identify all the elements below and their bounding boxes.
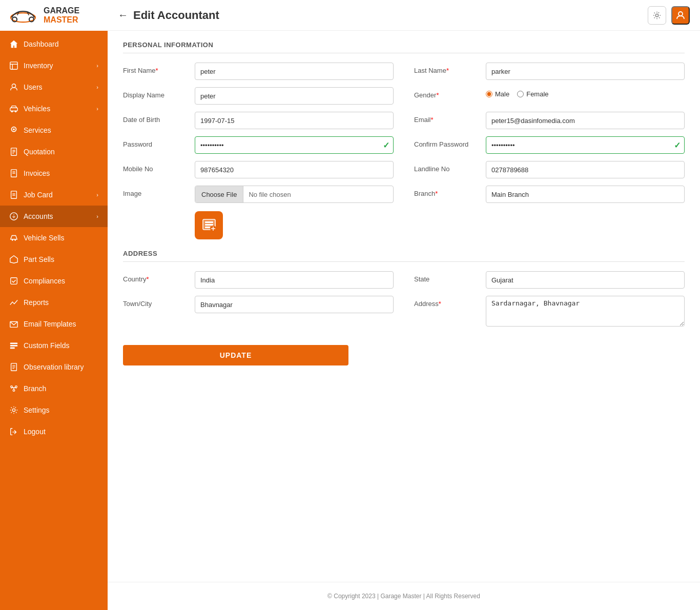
mobile-row: Mobile No [123,161,394,178]
display-name-row: Display Name [123,87,394,105]
sidebar-item-observation-library[interactable]: Observation library [0,356,108,378]
sidebar-item-settings[interactable]: Settings [0,399,108,421]
logo-subname: MASTER [44,15,79,25]
sidebar-item-email-templates[interactable]: Email Templates [0,313,108,335]
back-button[interactable]: ← [118,9,128,21]
sidebar-item-services[interactable]: Services [0,119,108,141]
sidebar-item-accounts[interactable]: Accounts › [0,206,108,227]
sidebar-item-logout[interactable]: Logout [0,421,108,442]
last-name-label: Last Name* [414,63,481,74]
svg-point-24 [12,239,13,241]
svg-rect-20 [11,191,17,198]
branch-icon [9,384,18,393]
first-name-row: First Name* [123,63,394,80]
logout-icon [9,427,18,436]
svg-point-10 [11,111,13,113]
email-input[interactable] [486,112,685,129]
sidebar-item-part-sells[interactable]: Part Sells [0,249,108,270]
footer: © Copyright 2023 | Garage Master | All R… [108,582,700,610]
password-input[interactable] [195,136,394,154]
gender-male-option[interactable]: Male [486,90,509,98]
confirm-password-row: Confirm Password ✓ [414,136,685,154]
sidebar-label-custom-fields: Custom Fields [24,341,69,350]
compliances-icon [9,276,18,286]
svg-rect-5 [10,62,17,69]
state-row: State [414,271,685,289]
reports-icon [9,298,18,307]
update-button[interactable]: UPDATE [123,345,348,365]
landline-label: Landline No [414,161,481,173]
svg-rect-9 [10,108,17,111]
sidebar-item-custom-fields[interactable]: Custom Fields [0,335,108,356]
display-name-input[interactable] [195,87,394,105]
gender-female-option[interactable]: Female [517,90,548,98]
inventory-icon [9,61,18,70]
gender-options: Male Female [486,87,549,98]
sidebar-item-reports[interactable]: Reports [0,292,108,313]
custom-fields-icon [9,341,18,350]
gender-male-radio[interactable] [486,91,492,97]
sidebar-nav: Dashboard Inventory › Users › [0,31,108,442]
observation-icon [9,362,18,372]
state-input[interactable] [486,271,685,289]
dob-label: Date of Birth [123,112,190,124]
sidebar-label-accounts: Accounts [24,212,53,220]
top-bar-actions [648,6,690,25]
password-wrapper: ✓ [195,136,394,154]
dob-input[interactable] [195,112,394,129]
sidebar-label-inventory: Inventory [24,62,53,70]
town-label: Town/City [123,296,190,308]
sidebar-label-job-card: Job Card [24,191,53,199]
quotation-icon [9,147,18,156]
sidebar-item-inventory[interactable]: Inventory › [0,55,108,76]
address-section: ADDRESS Country* State Town/City [123,250,685,327]
confirm-password-check-icon: ✓ [674,140,681,150]
sidebar-item-vehicle-sells[interactable]: Vehicle Sells [0,227,108,249]
chevron-right-icon: › [96,192,98,198]
password-check-icon: ✓ [383,140,389,150]
mobile-input[interactable] [195,161,394,178]
branch-input[interactable] [486,186,685,203]
svg-point-23 [10,213,17,220]
first-name-input[interactable] [195,63,394,80]
country-row: Country* [123,271,394,289]
address-textarea[interactable]: Sardarnagar, Bhavnagar [486,296,685,327]
sidebar-label-services: Services [24,126,51,134]
sidebar: GARAGE MASTER Dashboard Inventory › [0,0,108,610]
svg-rect-30 [10,345,17,347]
sidebar-item-quotation[interactable]: Quotation [0,141,108,162]
user-avatar-button[interactable] [671,6,690,25]
chevron-right-icon: › [96,106,98,112]
confirm-password-input[interactable] [486,136,685,154]
gender-female-radio[interactable] [517,91,524,97]
sidebar-item-job-card[interactable]: Job Card › [0,184,108,206]
sidebar-item-compliances[interactable]: Compliances [0,270,108,292]
sidebar-item-vehicles[interactable]: Vehicles › [0,98,108,119]
sidebar-item-users[interactable]: Users › [0,76,108,98]
sidebar-item-branch[interactable]: Branch [0,378,108,399]
logo-area: GARAGE MASTER [0,0,108,31]
svg-point-37 [655,14,658,16]
home-icon [9,39,18,49]
country-input[interactable] [195,271,394,289]
main-content: ← Edit Accountant PERSONAL INFORMATION [108,0,700,610]
jobcard-icon [9,190,18,199]
image-label: Image [123,186,190,197]
form-container: PERSONAL INFORMATION First Name* Last Na… [108,31,700,582]
vehicle-sells-icon [9,233,18,242]
sidebar-label-email-templates: Email Templates [24,320,76,328]
svg-point-8 [12,84,15,88]
settings-button[interactable] [648,6,666,25]
svg-marker-26 [10,256,17,263]
town-input[interactable] [195,296,394,313]
sidebar-item-invoices[interactable]: Invoices [0,162,108,184]
landline-input[interactable] [486,161,685,178]
choose-file-button[interactable]: Choose File [195,186,243,202]
branch-row: Branch* [414,186,685,203]
sidebar-item-dashboard[interactable]: Dashboard [0,33,108,55]
sidebar-label-part-sells: Part Sells [24,255,54,263]
gender-label: Gender* [414,87,481,99]
section-personal-title: PERSONAL INFORMATION [123,41,685,53]
confirm-password-wrapper: ✓ [486,136,685,154]
last-name-input[interactable] [486,63,685,80]
